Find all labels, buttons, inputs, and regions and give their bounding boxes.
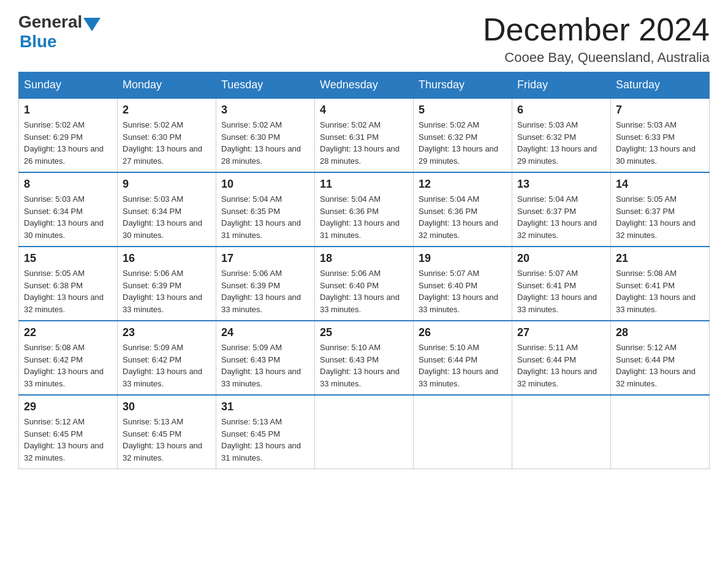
calendar-cell: 1 Sunrise: 5:02 AM Sunset: 6:29 PM Dayli… — [19, 98, 118, 172]
title-section: December 2024 Cooee Bay, Queensland, Aus… — [483, 12, 710, 66]
calendar-week-row: 29 Sunrise: 5:12 AM Sunset: 6:45 PM Dayl… — [19, 395, 710, 469]
sunrise-text: Sunrise: 5:04 AM — [320, 194, 381, 204]
day-info: Sunrise: 5:09 AM Sunset: 6:42 PM Dayligh… — [123, 342, 211, 389]
sunset-text: Sunset: 6:36 PM — [419, 207, 477, 216]
daylight-text: Daylight: 13 hours and 30 minutes. — [123, 218, 202, 240]
day-info: Sunrise: 5:04 AM Sunset: 6:37 PM Dayligh… — [517, 193, 605, 241]
day-number: 20 — [517, 252, 605, 265]
calendar-week-row: 8 Sunrise: 5:03 AM Sunset: 6:34 PM Dayli… — [19, 172, 710, 247]
sunset-text: Sunset: 6:36 PM — [320, 207, 379, 216]
sunrise-text: Sunrise: 5:02 AM — [24, 120, 85, 129]
daylight-text: Daylight: 13 hours and 32 minutes. — [616, 367, 696, 388]
daylight-text: Daylight: 13 hours and 32 minutes. — [616, 218, 696, 240]
sunset-text: Sunset: 6:43 PM — [221, 355, 280, 364]
sunrise-text: Sunrise: 5:09 AM — [123, 343, 183, 352]
day-info: Sunrise: 5:03 AM Sunset: 6:32 PM Dayligh… — [517, 119, 605, 167]
calendar-cell: 8 Sunrise: 5:03 AM Sunset: 6:34 PM Dayli… — [19, 172, 118, 247]
calendar-cell: 11 Sunrise: 5:04 AM Sunset: 6:36 PM Dayl… — [315, 172, 414, 247]
sunrise-text: Sunrise: 5:10 AM — [320, 343, 381, 352]
sunrise-text: Sunrise: 5:09 AM — [221, 343, 282, 352]
sunset-text: Sunset: 6:40 PM — [320, 281, 379, 290]
daylight-text: Daylight: 13 hours and 31 minutes. — [221, 441, 301, 462]
calendar-cell: 12 Sunrise: 5:04 AM Sunset: 6:36 PM Dayl… — [414, 172, 512, 247]
daylight-text: Daylight: 13 hours and 33 minutes. — [221, 293, 301, 314]
day-number: 19 — [419, 252, 507, 265]
column-header-thursday: Thursday — [414, 72, 512, 99]
day-info: Sunrise: 5:07 AM Sunset: 6:41 PM Dayligh… — [517, 267, 605, 315]
day-info: Sunrise: 5:08 AM Sunset: 6:42 PM Dayligh… — [24, 342, 112, 389]
sunrise-text: Sunrise: 5:04 AM — [221, 194, 282, 204]
day-number: 8 — [24, 178, 112, 191]
calendar-week-row: 22 Sunrise: 5:08 AM Sunset: 6:42 PM Dayl… — [19, 321, 710, 395]
daylight-text: Daylight: 13 hours and 32 minutes. — [419, 218, 498, 240]
sunset-text: Sunset: 6:41 PM — [616, 281, 675, 290]
sunset-text: Sunset: 6:44 PM — [616, 355, 675, 364]
daylight-text: Daylight: 13 hours and 28 minutes. — [221, 144, 301, 166]
sunrise-text: Sunrise: 5:05 AM — [24, 269, 85, 278]
sunset-text: Sunset: 6:35 PM — [221, 207, 280, 216]
day-number: 5 — [419, 104, 507, 117]
daylight-text: Daylight: 13 hours and 33 minutes. — [616, 293, 696, 314]
calendar-cell: 26 Sunrise: 5:10 AM Sunset: 6:44 PM Dayl… — [414, 321, 512, 395]
sunset-text: Sunset: 6:44 PM — [517, 355, 576, 364]
sunrise-text: Sunrise: 5:04 AM — [517, 194, 578, 204]
sunrise-text: Sunrise: 5:02 AM — [221, 120, 282, 129]
sunset-text: Sunset: 6:34 PM — [24, 207, 83, 216]
day-number: 13 — [517, 178, 605, 191]
sunrise-text: Sunrise: 5:02 AM — [419, 120, 479, 129]
day-number: 6 — [517, 104, 605, 117]
daylight-text: Daylight: 13 hours and 32 minutes. — [24, 293, 104, 314]
day-info: Sunrise: 5:06 AM Sunset: 6:39 PM Dayligh… — [221, 267, 309, 315]
calendar-cell: 27 Sunrise: 5:11 AM Sunset: 6:44 PM Dayl… — [512, 321, 611, 395]
day-number: 25 — [320, 326, 408, 339]
calendar-cell: 10 Sunrise: 5:04 AM Sunset: 6:35 PM Dayl… — [216, 172, 315, 247]
sunrise-text: Sunrise: 5:05 AM — [616, 194, 677, 204]
calendar-cell: 5 Sunrise: 5:02 AM Sunset: 6:32 PM Dayli… — [414, 98, 512, 172]
calendar-cell: 14 Sunrise: 5:05 AM Sunset: 6:37 PM Dayl… — [611, 172, 710, 247]
sunrise-text: Sunrise: 5:13 AM — [221, 417, 282, 426]
daylight-text: Daylight: 13 hours and 33 minutes. — [517, 293, 597, 314]
sunset-text: Sunset: 6:33 PM — [616, 132, 675, 142]
calendar-cell — [611, 395, 710, 469]
calendar-cell: 16 Sunrise: 5:06 AM Sunset: 6:39 PM Dayl… — [118, 247, 216, 321]
day-info: Sunrise: 5:05 AM Sunset: 6:38 PM Dayligh… — [24, 267, 112, 315]
day-info: Sunrise: 5:13 AM Sunset: 6:45 PM Dayligh… — [123, 416, 211, 464]
day-info: Sunrise: 5:11 AM Sunset: 6:44 PM Dayligh… — [517, 342, 605, 389]
calendar-week-row: 1 Sunrise: 5:02 AM Sunset: 6:29 PM Dayli… — [19, 98, 710, 172]
day-number: 1 — [24, 104, 112, 117]
calendar-header-row: SundayMondayTuesdayWednesdayThursdayFrid… — [19, 72, 710, 99]
calendar-cell: 4 Sunrise: 5:02 AM Sunset: 6:31 PM Dayli… — [315, 98, 414, 172]
calendar-cell: 29 Sunrise: 5:12 AM Sunset: 6:45 PM Dayl… — [19, 395, 118, 469]
daylight-text: Daylight: 13 hours and 31 minutes. — [320, 218, 400, 240]
calendar-cell: 6 Sunrise: 5:03 AM Sunset: 6:32 PM Dayli… — [512, 98, 611, 172]
logo-blue-text: Blue — [20, 32, 57, 51]
day-info: Sunrise: 5:02 AM Sunset: 6:31 PM Dayligh… — [320, 119, 408, 167]
calendar-cell: 31 Sunrise: 5:13 AM Sunset: 6:45 PM Dayl… — [216, 395, 315, 469]
calendar-cell: 9 Sunrise: 5:03 AM Sunset: 6:34 PM Dayli… — [118, 172, 216, 247]
daylight-text: Daylight: 13 hours and 32 minutes. — [24, 441, 104, 462]
logo: General Blue — [18, 12, 100, 52]
day-number: 30 — [123, 400, 211, 413]
day-number: 14 — [616, 178, 704, 191]
day-info: Sunrise: 5:04 AM Sunset: 6:36 PM Dayligh… — [419, 193, 507, 241]
column-header-sunday: Sunday — [19, 72, 118, 99]
day-info: Sunrise: 5:08 AM Sunset: 6:41 PM Dayligh… — [616, 267, 704, 315]
calendar-cell: 15 Sunrise: 5:05 AM Sunset: 6:38 PM Dayl… — [19, 247, 118, 321]
sunset-text: Sunset: 6:32 PM — [419, 132, 477, 142]
sunset-text: Sunset: 6:29 PM — [24, 132, 83, 142]
day-number: 4 — [320, 104, 408, 117]
calendar-cell: 17 Sunrise: 5:06 AM Sunset: 6:39 PM Dayl… — [216, 247, 315, 321]
sunset-text: Sunset: 6:30 PM — [221, 132, 280, 142]
sunrise-text: Sunrise: 5:08 AM — [616, 269, 677, 278]
daylight-text: Daylight: 13 hours and 30 minutes. — [24, 218, 104, 240]
calendar-cell — [512, 395, 611, 469]
calendar-cell: 3 Sunrise: 5:02 AM Sunset: 6:30 PM Dayli… — [216, 98, 315, 172]
day-info: Sunrise: 5:02 AM Sunset: 6:29 PM Dayligh… — [24, 119, 112, 167]
calendar-week-row: 15 Sunrise: 5:05 AM Sunset: 6:38 PM Dayl… — [19, 247, 710, 321]
daylight-text: Daylight: 13 hours and 33 minutes. — [24, 367, 104, 388]
daylight-text: Daylight: 13 hours and 30 minutes. — [616, 144, 696, 166]
daylight-text: Daylight: 13 hours and 33 minutes. — [221, 367, 301, 388]
calendar-cell: 25 Sunrise: 5:10 AM Sunset: 6:43 PM Dayl… — [315, 321, 414, 395]
day-number: 3 — [221, 104, 309, 117]
day-info: Sunrise: 5:10 AM Sunset: 6:43 PM Dayligh… — [320, 342, 408, 389]
